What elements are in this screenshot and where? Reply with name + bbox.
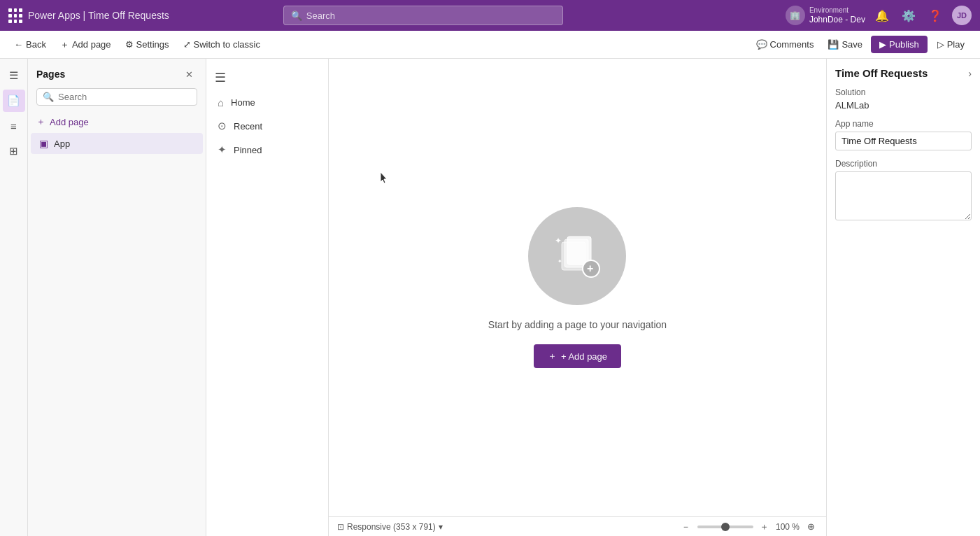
empty-state-icon: ✦ ✦ ✦ + <box>528 207 626 305</box>
canvas-inner: ✦ ✦ ✦ + Start by adding a page to your n… <box>329 59 826 516</box>
svg-text:✦: ✦ <box>555 236 562 246</box>
settings-button[interactable]: ⚙ Settings <box>120 36 175 52</box>
switch-classic-button[interactable]: ⤢ Switch to classic <box>178 36 266 52</box>
save-button[interactable]: 💾 Save <box>822 36 868 52</box>
add-icon: ＋ <box>60 38 69 51</box>
back-icon: ← <box>14 39 23 50</box>
app-name-label: App name <box>835 119 972 129</box>
left-tree-icon[interactable]: ≡ <box>3 115 25 137</box>
svg-text:+: + <box>587 262 593 274</box>
recent-icon: ⊙ <box>218 120 227 132</box>
back-button[interactable]: ← Back <box>8 36 52 52</box>
description-field-group: Description <box>835 159 972 220</box>
publish-icon: ▶ <box>879 39 886 50</box>
nav-item-pinned[interactable]: ✦ Pinned <box>206 138 328 162</box>
canvas-bottom-bar: ⊡ Responsive (353 x 791) ▾ － ＋ 100 % ⊕ <box>329 516 826 536</box>
save-icon: 💾 <box>828 39 839 50</box>
settings-icon[interactable]: ⚙️ <box>899 6 918 25</box>
environment-info: 🏢 Environment JohnDoe - Dev <box>786 6 865 26</box>
add-page-plus-icon: ＋ <box>36 115 45 128</box>
add-page-panel-button[interactable]: ＋ Add page <box>28 111 206 132</box>
description-label: Description <box>835 159 972 169</box>
top-search-input[interactable] <box>306 10 555 21</box>
zoom-percent: 100 % <box>776 522 800 532</box>
pages-title: Pages <box>36 69 65 80</box>
solution-value: ALMLab <box>835 100 972 111</box>
nav-item-recent[interactable]: ⊙ Recent <box>206 114 328 138</box>
pages-list: ▣ App ••• <box>28 132 206 536</box>
solution-label: Solution <box>835 87 972 97</box>
top-nav-right: 🏢 Environment JohnDoe - Dev 🔔 ⚙️ ❓ JD <box>786 6 972 26</box>
pages-panel-header: Pages ✕ <box>28 59 206 88</box>
right-panel-header: Time Off Requests › <box>835 67 972 79</box>
responsive-icon: ⊡ <box>337 522 344 532</box>
page-item-label: App <box>54 139 177 149</box>
top-nav-bar: Power Apps | Time Off Requests 🔍 🏢 Envir… <box>0 0 980 31</box>
app-title: Power Apps | Time Off Requests <box>28 10 169 21</box>
gear-icon: ⚙ <box>125 39 134 50</box>
solution-field-group: Solution ALMLab <box>835 87 972 111</box>
search-icon: 🔍 <box>291 10 302 21</box>
nav-hamburger-icon[interactable]: ☰ <box>206 64 328 91</box>
empty-state: ✦ ✦ ✦ + Start by adding a page to your n… <box>488 207 667 368</box>
toolbar-right: 💬 Comments 💾 Save ▶ Publish ▷ Play <box>751 36 972 53</box>
page-app-icon: ▣ <box>39 138 48 149</box>
play-button[interactable]: ▷ Play <box>930 36 972 53</box>
zoom-out-button[interactable]: － <box>679 520 693 534</box>
nav-item-home[interactable]: ⌂ Home <box>206 91 328 114</box>
help-icon[interactable]: ❓ <box>925 6 945 25</box>
canvas-area: ✦ ✦ ✦ + Start by adding a page to your n… <box>329 59 826 536</box>
responsive-label[interactable]: ⊡ Responsive (353 x 791) ▾ <box>337 522 443 532</box>
add-page-canvas-icon: ＋ <box>548 350 557 362</box>
svg-rect-3 <box>567 237 591 265</box>
zoom-thumb[interactable] <box>721 523 730 531</box>
pages-search-input[interactable] <box>58 92 191 102</box>
right-panel-title: Time Off Requests <box>835 67 928 79</box>
app-name-input[interactable] <box>835 132 972 150</box>
second-toolbar: ← Back ＋ Add page ⚙ Settings ⤢ Switch to… <box>0 31 980 59</box>
add-page-canvas-button[interactable]: ＋ + Add page <box>534 344 621 368</box>
right-panel: Time Off Requests › Solution ALMLab App … <box>826 59 980 536</box>
left-database-icon[interactable]: ⊞ <box>3 140 25 162</box>
zoom-in-button[interactable]: ＋ <box>758 520 772 534</box>
home-icon: ⌂ <box>218 97 224 108</box>
waffle-icon[interactable] <box>8 8 22 22</box>
fit-view-icon[interactable]: ⊕ <box>804 520 818 534</box>
pages-search-box[interactable]: 🔍 <box>36 88 197 106</box>
add-page-button[interactable]: ＋ Add page <box>55 36 117 54</box>
top-search-bar[interactable]: 🔍 <box>283 6 563 25</box>
main-layout: ☰ 📄 ≡ ⊞ Pages ✕ 🔍 ＋ Add page ▣ App ••• ☰ <box>0 59 980 536</box>
environment-icon: 🏢 <box>786 6 805 25</box>
comments-button[interactable]: 💬 Comments <box>751 36 820 52</box>
switch-icon: ⤢ <box>183 39 191 50</box>
empty-state-text: Start by adding a page to your navigatio… <box>488 319 667 330</box>
right-panel-chevron-icon[interactable]: › <box>968 68 972 79</box>
page-item-app[interactable]: ▣ App ••• <box>31 133 203 154</box>
left-icon-bar: ☰ 📄 ≡ ⊞ <box>0 59 28 536</box>
notifications-icon[interactable]: 🔔 <box>872 6 892 25</box>
svg-text:✦: ✦ <box>558 258 562 265</box>
pages-search-icon: 🔍 <box>43 92 54 102</box>
avatar[interactable]: JD <box>952 6 972 25</box>
pages-panel: Pages ✕ 🔍 ＋ Add page ▣ App ••• <box>28 59 206 536</box>
nav-preview-panel: ☰ ⌂ Home ⊙ Recent ✦ Pinned <box>206 59 329 536</box>
comment-icon: 💬 <box>756 39 767 50</box>
play-icon: ▷ <box>937 39 944 50</box>
app-name-field-group: App name <box>835 119 972 150</box>
left-pages-icon[interactable]: 📄 <box>3 90 25 112</box>
close-pages-panel-button[interactable]: ✕ <box>180 66 197 83</box>
responsive-chevron-icon: ▾ <box>439 522 443 532</box>
pin-icon: ✦ <box>218 143 227 156</box>
description-textarea[interactable] <box>835 171 972 220</box>
cursor-arrow <box>378 171 392 187</box>
zoom-slider[interactable] <box>697 526 753 528</box>
publish-button[interactable]: ▶ Publish <box>871 36 928 53</box>
zoom-controls: － ＋ 100 % ⊕ <box>679 520 818 534</box>
top-nav-left: Power Apps | Time Off Requests <box>8 8 169 22</box>
left-menu-icon[interactable]: ☰ <box>3 64 25 87</box>
